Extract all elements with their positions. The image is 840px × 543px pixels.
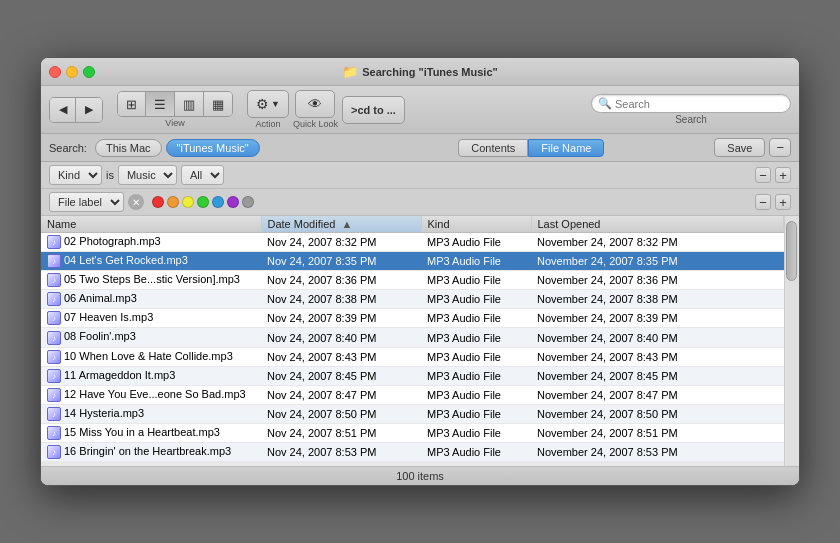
cell-date-modified: Nov 24, 2007 8:53 PM [261, 443, 421, 462]
cell-last-opened: November 24, 2007 8:53 PM [531, 443, 784, 462]
action-button[interactable]: ⚙ ▼ [247, 90, 289, 118]
cell-date-modified: Nov 24, 2007 8:36 PM [261, 271, 421, 290]
filter2-plus-btn[interactable]: + [775, 194, 791, 210]
cell-name: ♪12 Have You Eve...eone So Bad.mp3 [41, 385, 261, 404]
table-row[interactable]: ♪05 Two Steps Be...stic Version].mp3Nov … [41, 271, 784, 290]
table-row[interactable]: ♪04 Let's Get Rocked.mp3Nov 24, 2007 8:3… [41, 252, 784, 271]
col-last-opened[interactable]: Last Opened [531, 216, 784, 233]
cell-date-modified: Nov 24, 2007 8:51 PM [261, 423, 421, 442]
view-label: View [165, 118, 184, 128]
cover-flow-button[interactable]: ▦ [204, 92, 232, 116]
forward-button[interactable]: ▶ [76, 98, 102, 122]
quicklook-label: Quick Look [293, 119, 338, 129]
table-scroll-area[interactable]: Name Date Modified ▲ Kind Last Opened ♪0… [41, 216, 799, 466]
filter-row-2: File label ✕ − + [41, 189, 799, 216]
search-box[interactable]: 🔍 [591, 94, 791, 113]
cell-kind: MP3 Audio File [421, 347, 531, 366]
itunes-music-button[interactable]: "iTunes Music" [166, 139, 260, 157]
col-name[interactable]: Name [41, 216, 261, 233]
filter-minus-btn[interactable]: − [755, 167, 771, 183]
color-gray[interactable] [242, 196, 254, 208]
col-kind[interactable]: Kind [421, 216, 531, 233]
tab-contents[interactable]: Contents [458, 139, 528, 157]
table-row[interactable]: ♪16 Bringin' on the Heartbreak.mp3Nov 24… [41, 443, 784, 462]
table-row[interactable]: ♪14 Hysteria.mp3Nov 24, 2007 8:50 PMMP3 … [41, 404, 784, 423]
list-view-button[interactable]: ☰ [146, 92, 175, 116]
cell-last-opened: November 24, 2007 8:35 PM [531, 252, 784, 271]
cell-name: ♪02 Photograph.mp3 [41, 233, 261, 252]
maximize-button[interactable] [83, 66, 95, 78]
terminal-icon: >cd to ... [351, 104, 396, 116]
cell-last-opened: November 24, 2007 8:32 PM [531, 233, 784, 252]
file-label-select[interactable]: File label [49, 192, 124, 212]
cell-name: ♪10 When Love & Hate Collide.mp3 [41, 347, 261, 366]
filter2-minus-btn[interactable]: − [755, 194, 771, 210]
color-green[interactable] [197, 196, 209, 208]
table-row[interactable]: ♪02 Photograph.mp3Nov 24, 2007 8:32 PMMP… [41, 233, 784, 252]
music-select[interactable]: Music [118, 165, 177, 185]
remove-button[interactable]: − [769, 138, 791, 157]
cell-date-modified: Nov 24, 2007 8:39 PM [261, 309, 421, 328]
mp3-icon: ♪ [47, 388, 61, 402]
color-red[interactable] [152, 196, 164, 208]
cell-kind: MP3 Audio File [421, 290, 531, 309]
cell-last-opened: November 24, 2007 8:38 PM [531, 290, 784, 309]
table-row[interactable]: ♪08 Foolin'.mp3Nov 24, 2007 8:40 PMMP3 A… [41, 328, 784, 347]
cell-date-modified: Nov 24, 2007 8:38 PM [261, 290, 421, 309]
folder-icon: 📁 [342, 64, 358, 79]
cell-date-modified: Nov 24, 2007 8:40 PM [261, 328, 421, 347]
cell-kind: MP3 Audio File [421, 404, 531, 423]
filter-plus-btn[interactable]: + [775, 167, 791, 183]
all-select[interactable]: All [181, 165, 224, 185]
cell-kind: MP3 Audio File [421, 328, 531, 347]
search-container: 🔍 Search [591, 94, 791, 125]
cell-last-opened: November 24, 2007 8:51 PM [531, 423, 784, 442]
column-view-button[interactable]: ▥ [175, 92, 204, 116]
color-blue[interactable] [212, 196, 224, 208]
search-input[interactable] [615, 98, 784, 110]
results-table: Name Date Modified ▲ Kind Last Opened ♪0… [41, 216, 784, 462]
scrollbar-track[interactable] [784, 216, 799, 466]
toolbar: ◀ ▶ ⊞ ☰ ▥ ▦ View ⚙ ▼ Action 👁 [41, 86, 799, 134]
color-yellow[interactable] [182, 196, 194, 208]
close-button[interactable] [49, 66, 61, 78]
table-row[interactable]: ♪06 Animal.mp3Nov 24, 2007 8:38 PMMP3 Au… [41, 290, 784, 309]
table-row[interactable]: ♪11 Armageddon It.mp3Nov 24, 2007 8:45 P… [41, 366, 784, 385]
filter-clear-button[interactable]: ✕ [128, 194, 144, 210]
filter-row-1: Kind is Music All − + [41, 162, 799, 189]
back-button[interactable]: ◀ [50, 98, 76, 122]
tab-filename[interactable]: File Name [528, 139, 604, 157]
mp3-icon: ♪ [47, 292, 61, 306]
cell-last-opened: November 24, 2007 8:45 PM [531, 366, 784, 385]
tab-group: Contents File Name [458, 139, 604, 157]
mp3-icon: ♪ [47, 407, 61, 421]
this-mac-button[interactable]: This Mac [95, 139, 162, 157]
window-title: 📁 Searching "iTunes Music" [342, 64, 498, 79]
cell-name: ♪06 Animal.mp3 [41, 290, 261, 309]
cell-date-modified: Nov 24, 2007 8:32 PM [261, 233, 421, 252]
cdto-button[interactable]: >cd to ... [342, 96, 405, 124]
table-row[interactable]: ♪15 Miss You in a Heartbeat.mp3Nov 24, 2… [41, 423, 784, 442]
titlebar: 📁 Searching "iTunes Music" [41, 58, 799, 86]
save-button[interactable]: Save [714, 138, 765, 157]
table-row[interactable]: ♪12 Have You Eve...eone So Bad.mp3Nov 24… [41, 385, 784, 404]
mp3-icon: ♪ [47, 445, 61, 459]
cell-name: ♪05 Two Steps Be...stic Version].mp3 [41, 271, 261, 290]
icon-view-button[interactable]: ⊞ [118, 92, 146, 116]
table-row[interactable]: ♪07 Heaven Is.mp3Nov 24, 2007 8:39 PMMP3… [41, 309, 784, 328]
dropdown-arrow-icon: ▼ [271, 99, 280, 109]
color-purple[interactable] [227, 196, 239, 208]
mp3-icon: ♪ [47, 254, 61, 268]
scrollbar-thumb[interactable] [786, 221, 797, 281]
kind-select[interactable]: Kind [49, 165, 102, 185]
cell-kind: MP3 Audio File [421, 385, 531, 404]
table-row[interactable]: ♪10 When Love & Hate Collide.mp3Nov 24, … [41, 347, 784, 366]
col-date-modified[interactable]: Date Modified ▲ [261, 216, 421, 233]
mp3-icon: ♪ [47, 311, 61, 325]
finder-window: 📁 Searching "iTunes Music" ◀ ▶ ⊞ ☰ ▥ ▦ V… [40, 57, 800, 486]
quicklook-button[interactable]: 👁 [295, 90, 335, 118]
cell-last-opened: November 24, 2007 8:40 PM [531, 328, 784, 347]
minimize-button[interactable] [66, 66, 78, 78]
mp3-icon: ♪ [47, 273, 61, 287]
color-orange[interactable] [167, 196, 179, 208]
